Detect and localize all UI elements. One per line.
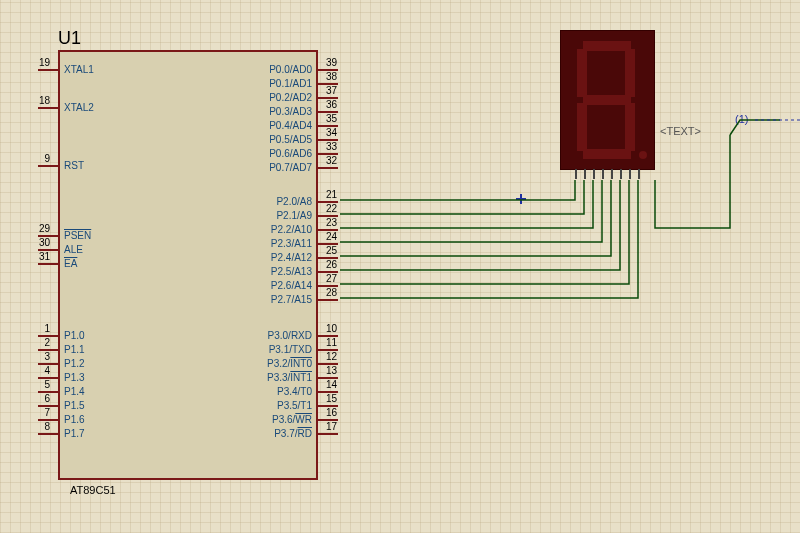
segment-f — [577, 49, 587, 97]
probe-connect — [655, 135, 730, 228]
segment-b — [625, 49, 635, 97]
wire-p2-1 — [340, 180, 584, 214]
display-pin-0 — [575, 169, 577, 179]
component-ref: U1 — [58, 28, 81, 49]
display-pin-6 — [629, 169, 631, 179]
wire-p2-5 — [340, 180, 620, 270]
segment-g — [583, 95, 631, 105]
wire-p2-2 — [340, 180, 593, 228]
wire-p2-3 — [340, 180, 602, 242]
segment-e — [577, 103, 587, 151]
display-pin-4 — [611, 169, 613, 179]
probe-label: (1) — [735, 113, 748, 125]
display-pin-3 — [602, 169, 604, 179]
segment-dp — [639, 151, 647, 159]
component-part: AT89C51 — [70, 484, 116, 496]
display-pin-5 — [620, 169, 622, 179]
segment-c — [625, 103, 635, 151]
display-pin-2 — [593, 169, 595, 179]
display-pin-1 — [584, 169, 586, 179]
segment-a — [583, 41, 631, 51]
wire-p2-7 — [340, 180, 638, 298]
wire-p2-4 — [340, 180, 611, 256]
seven-segment-display — [560, 30, 655, 170]
wire-p2-0 — [340, 180, 575, 200]
display-pin-7 — [638, 169, 640, 179]
wire-p2-6 — [340, 180, 629, 284]
segment-d — [583, 149, 631, 159]
display-text-placeholder: <TEXT> — [660, 125, 701, 137]
ic-body: 19XTAL118XTAL29RST29PSEN30ALE31EA1P1.02P… — [58, 50, 318, 480]
cursor-marker — [516, 194, 526, 204]
